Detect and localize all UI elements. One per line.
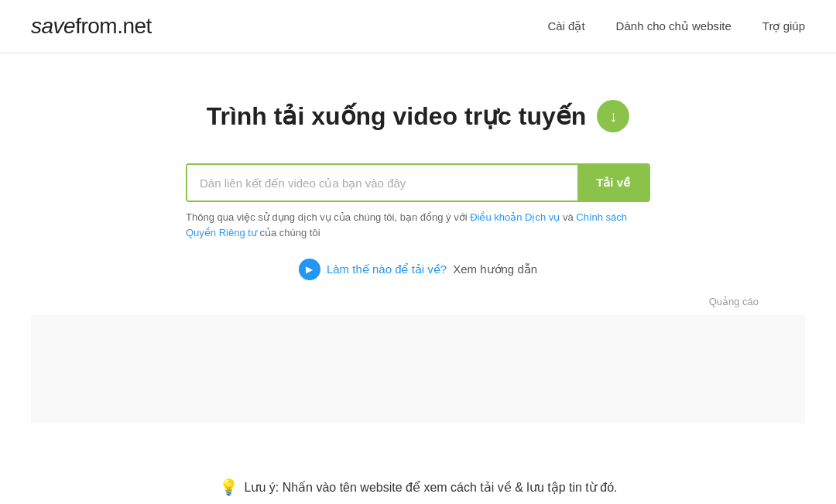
howto-row: ▶ Làm thế nào để tải về? Xem hướng dẫn [299,259,537,280]
ad-label: Quảng cáo [709,296,759,307]
title-text: Trình tải xuống video trực tuyến [207,101,587,131]
terms-text: Thông qua việc sử dụng dịch vụ của chúng… [186,210,650,240]
search-row: Tải về [186,163,650,202]
ad-placeholder [31,315,805,423]
tip-icon: 💡 [219,478,238,496]
header: savefrom.net Cài đặt Dành cho chủ websit… [0,0,836,53]
tip-text: Lưu ý: Nhấn vào tên website để xem cách … [245,480,618,495]
tip-section: 💡 Lưu ý: Nhấn vào tên website để xem các… [0,454,836,504]
url-input[interactable] [187,165,577,201]
terms-prefix: Thông qua việc sử dụng dịch vụ của chúng… [186,211,470,223]
play-icon: ▶ [299,259,320,280]
main-content: Trình tải xuống video trực tuyến ↓ Tải v… [0,53,836,454]
howto-label: Xem hướng dẫn [453,262,537,276]
howto-link[interactable]: Làm thế nào để tải về? [327,262,447,276]
search-area: Tải về Thông qua việc sử dụng dịch vụ củ… [186,163,650,240]
terms-middle: và [560,211,576,223]
download-icon: ↓ [597,100,629,132]
download-button[interactable]: Tải về [577,165,649,201]
nav-settings[interactable]: Cài đặt [547,19,584,33]
main-nav: Cài đặt Dành cho chủ website Trợ giúp [547,19,805,33]
terms-suffix: của chúng tôi [257,227,320,238]
site-logo: savefrom.net [31,14,152,39]
page-title: Trình tải xuống video trực tuyến ↓ [207,100,630,132]
terms-link[interactable]: Điều khoản Dịch vụ [470,211,560,223]
ad-area: Quảng cáo [31,296,805,307]
nav-website-owner[interactable]: Dành cho chủ website [616,19,732,33]
nav-help[interactable]: Trợ giúp [762,19,805,33]
